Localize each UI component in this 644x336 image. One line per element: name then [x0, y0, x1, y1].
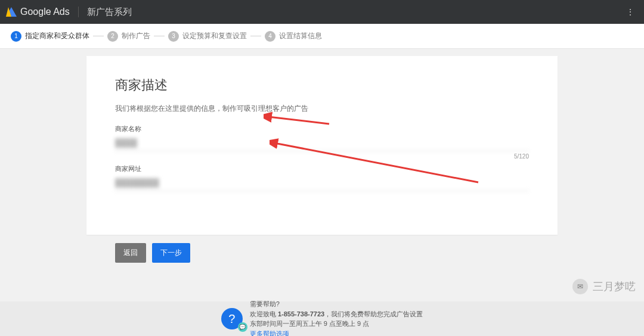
chat-bubble-icon: 💬 — [238, 322, 247, 332]
step-2[interactable]: 2 制作广告 — [107, 31, 150, 42]
phone-suffix: ，我们将免费帮助您完成广告设置 — [324, 310, 423, 318]
page-title: 新广告系列 — [79, 7, 132, 18]
business-name-field: 商家名称 ████ 5/120 — [115, 125, 529, 151]
step-separator — [250, 36, 261, 36]
step-3[interactable]: 3 设定预算和复查设置 — [168, 31, 247, 42]
step-number: 3 — [168, 31, 179, 42]
char-counter: 5/120 — [514, 153, 529, 160]
help-question-icon[interactable]: ? 💬 — [221, 308, 243, 329]
watermark-text: 三月梦呓 — [593, 279, 636, 294]
progress-stepper: 1 指定商家和受众群体 2 制作广告 3 设定预算和复查设置 4 设置结算信息 — [0, 24, 644, 49]
phone-prefix: 欢迎致电 — [250, 310, 278, 318]
step-label: 指定商家和受众群体 — [25, 31, 89, 41]
brand-logo: Google Ads — [6, 7, 79, 17]
business-name-input[interactable]: ████ — [115, 136, 529, 151]
step-separator — [154, 36, 165, 36]
step-number: 2 — [107, 31, 118, 42]
kebab-menu-icon[interactable]: ⋮ — [623, 7, 638, 17]
action-buttons: 返回 下一步 — [86, 243, 558, 263]
card-title: 商家描述 — [115, 76, 529, 94]
back-button[interactable]: 返回 — [115, 243, 146, 263]
business-url-field: 商家网址 ████████ — [115, 164, 529, 191]
step-label: 设置结算信息 — [279, 31, 322, 41]
step-1[interactable]: 1 指定商家和受众群体 — [11, 31, 89, 42]
help-text-block: 需要帮助? 欢迎致电 1-855-738-7723，我们将免费帮助您完成广告设置… — [250, 299, 423, 336]
app-header: Google Ads 新广告系列 ⋮ — [0, 0, 644, 24]
wechat-icon: ✉ — [572, 279, 588, 294]
business-url-input[interactable]: ████████ — [115, 176, 529, 191]
need-help-label: 需要帮助? — [250, 299, 423, 309]
help-hours: 东部时间周一至周五上午 9 点至晚上 9 点 — [250, 319, 423, 329]
brand-name: Google Ads — [20, 7, 70, 17]
help-phone-line: 欢迎致电 1-855-738-7723，我们将免费帮助您完成广告设置 — [250, 309, 423, 319]
next-button[interactable]: 下一步 — [152, 243, 190, 263]
step-label: 制作广告 — [122, 31, 150, 41]
step-separator — [93, 36, 104, 36]
step-4[interactable]: 4 设置结算信息 — [265, 31, 322, 42]
business-description-card: 商家描述 我们将根据您在这里提供的信息，制作可吸引理想客户的广告 商家名称 ██… — [86, 56, 558, 235]
more-help-link[interactable]: 更多帮助选项 — [250, 329, 423, 337]
step-number: 1 — [11, 31, 21, 42]
business-name-label: 商家名称 — [115, 125, 529, 133]
card-subtitle: 我们将根据您在这里提供的信息，制作可吸引理想客户的广告 — [115, 104, 529, 114]
help-phone-number: 1-855-738-7723 — [278, 310, 324, 318]
step-label: 设定预算和复查设置 — [182, 31, 247, 41]
help-footer: ? 💬 需要帮助? 欢迎致电 1-855-738-7723，我们将免费帮助您完成… — [0, 301, 644, 336]
business-url-label: 商家网址 — [115, 164, 529, 173]
step-number: 4 — [265, 31, 275, 42]
google-ads-logo-icon — [6, 7, 17, 17]
watermark: ✉ 三月梦呓 — [572, 279, 636, 294]
